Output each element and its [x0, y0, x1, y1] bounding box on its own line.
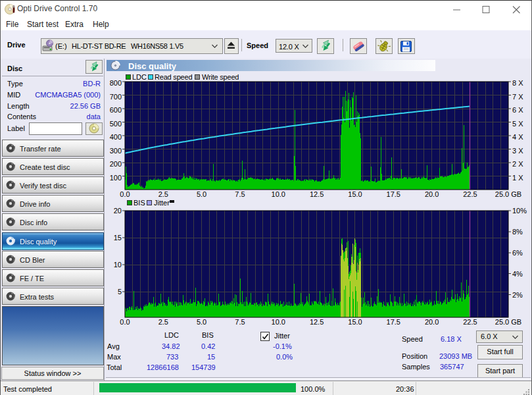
svg-text:4%: 4% — [512, 270, 523, 278]
svg-text:2.5: 2.5 — [158, 318, 168, 326]
svg-text:17.5: 17.5 — [387, 318, 400, 326]
svg-text:100: 100 — [110, 174, 122, 182]
svg-text:3 X: 3 X — [512, 147, 523, 155]
svg-text:22.5: 22.5 — [463, 190, 477, 198]
svg-text:2 X: 2 X — [512, 160, 523, 168]
svg-text:200: 200 — [110, 160, 122, 168]
svg-text:20.0: 20.0 — [425, 318, 439, 326]
svg-text:20.0: 20.0 — [425, 190, 439, 198]
svg-text:15.0: 15.0 — [348, 318, 362, 326]
svg-text:7 X: 7 X — [512, 93, 523, 101]
svg-text:15.0: 15.0 — [348, 190, 362, 198]
svg-text:7.5: 7.5 — [235, 318, 245, 326]
svg-text:10%: 10% — [512, 208, 527, 215]
svg-text:5.0: 5.0 — [197, 190, 206, 198]
svg-text:5: 5 — [118, 288, 122, 296]
svg-text:17.5: 17.5 — [387, 190, 400, 198]
svg-text:10.0: 10.0 — [272, 318, 285, 326]
svg-text:5 X: 5 X — [512, 120, 523, 128]
svg-text:5.0: 5.0 — [197, 318, 206, 326]
svg-text:1 X: 1 X — [512, 174, 523, 182]
svg-text:600: 600 — [110, 106, 122, 114]
svg-text:0.0: 0.0 — [120, 190, 130, 198]
svg-text:25.0 GB: 25.0 GB — [495, 190, 521, 198]
svg-text:8 X: 8 X — [512, 79, 523, 87]
svg-text:12.5: 12.5 — [310, 190, 324, 198]
svg-text:400: 400 — [110, 133, 122, 141]
svg-text:800: 800 — [110, 79, 122, 87]
svg-text:4 X: 4 X — [512, 133, 523, 141]
svg-text:300: 300 — [110, 147, 122, 155]
svg-text:25.0 GB: 25.0 GB — [495, 318, 521, 326]
svg-text:10.0: 10.0 — [272, 190, 285, 198]
svg-text:8%: 8% — [512, 228, 523, 236]
svg-text:15: 15 — [114, 234, 122, 242]
svg-text:12.5: 12.5 — [310, 318, 324, 326]
svg-text:10: 10 — [114, 261, 122, 269]
svg-text:2%: 2% — [512, 291, 523, 299]
svg-text:2.5: 2.5 — [158, 190, 168, 198]
svg-text:0.0: 0.0 — [120, 318, 130, 326]
svg-text:20: 20 — [114, 208, 122, 215]
svg-text:7.5: 7.5 — [235, 190, 245, 198]
svg-text:700: 700 — [110, 93, 122, 101]
svg-text:6 X: 6 X — [512, 106, 523, 114]
svg-text:500: 500 — [110, 120, 122, 128]
svg-text:6%: 6% — [512, 249, 523, 257]
svg-text:22.5: 22.5 — [463, 318, 477, 326]
